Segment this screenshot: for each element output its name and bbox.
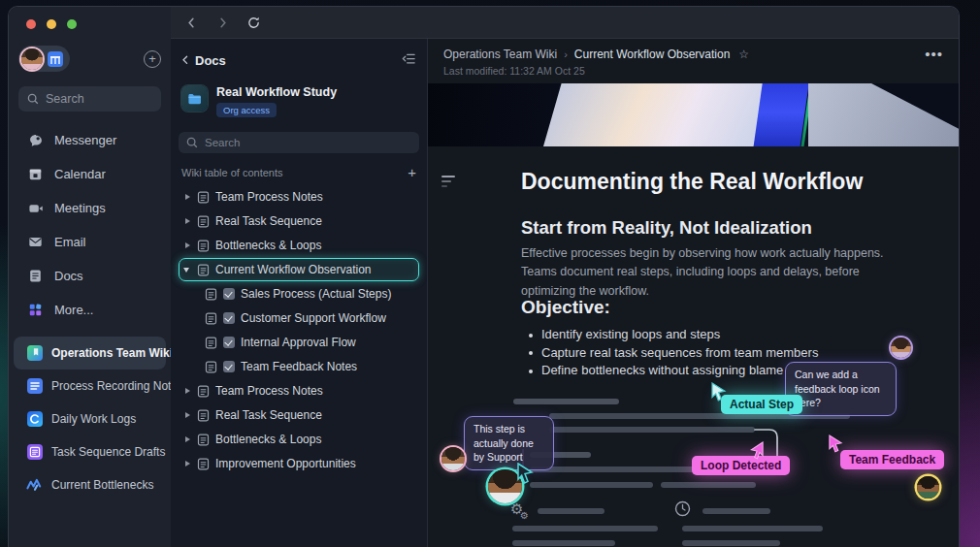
- drafts-doc-icon: [26, 444, 43, 461]
- workspace-item-label: Operations Team Wiki: [51, 346, 173, 360]
- sidebar-item-label: Email: [54, 235, 86, 249]
- chevron-down-icon[interactable]: [183, 266, 191, 274]
- chevron-left-icon: [181, 55, 189, 65]
- tree-item-customer-support-workflow[interactable]: Customer Support Workflow: [179, 306, 419, 330]
- docs-back-button[interactable]: Docs: [181, 53, 226, 68]
- tree-item-internal-approval-flow[interactable]: Internal Approval Flow: [179, 331, 419, 354]
- chevron-right-icon[interactable]: [183, 460, 191, 467]
- tree-item-label: Real Task Sequence: [215, 408, 322, 422]
- sidebar-item-meetings[interactable]: Meetings: [9, 191, 171, 225]
- wiki-title: Real Workflow Study: [216, 85, 337, 99]
- sidebar-item-docs[interactable]: Docs: [9, 259, 171, 293]
- page-icon: [197, 409, 210, 422]
- commenter-avatar[interactable]: [891, 338, 911, 358]
- sidebar-item-email[interactable]: Email: [9, 225, 171, 259]
- teal-cursor-icon: [710, 382, 728, 402]
- tree-item-real-task-sequence[interactable]: Real Task Sequence: [179, 209, 419, 233]
- tree-item-label: Current Workflow Observation: [215, 263, 372, 276]
- sidebar-nav: MessengerCalendarMeetingsEmailDocsMore..…: [9, 123, 171, 327]
- page-icon: [205, 288, 217, 301]
- label-loop-detected[interactable]: Loop Detected: [692, 456, 790, 475]
- tree-item-real-task-sequence[interactable]: Real Task Sequence: [179, 403, 419, 427]
- chevron-right-icon[interactable]: [183, 217, 191, 225]
- chevron-right-icon[interactable]: [183, 193, 191, 201]
- page-icon: [205, 361, 217, 373]
- chevron-right-icon[interactable]: [183, 241, 191, 249]
- page-icon: [205, 337, 217, 349]
- collapse-panel-icon[interactable]: [402, 51, 416, 69]
- close-window-button[interactable]: [26, 19, 36, 29]
- checkbox-checked-icon[interactable]: [223, 288, 235, 300]
- calendar-badge-icon[interactable]: [48, 51, 63, 67]
- outline-icon[interactable]: [441, 176, 455, 190]
- wiki-search-input[interactable]: [205, 137, 411, 148]
- skeleton-line: [530, 482, 653, 488]
- breadcrumb-current[interactable]: Current Workflow Observation: [574, 48, 731, 61]
- app-window: + MessengerCalendarMeetingsEmailDocsMore…: [8, 6, 960, 547]
- nav-back-icon[interactable]: [184, 16, 199, 30]
- workspace-item-process-recording-notes[interactable]: Process Recording Notes: [14, 370, 166, 402]
- participant-avatar[interactable]: [441, 447, 465, 470]
- sidebar: + MessengerCalendarMeetingsEmailDocsMore…: [9, 7, 171, 547]
- chevron-right-icon[interactable]: [183, 411, 191, 419]
- tree-item-improvement-opportunities[interactable]: Improvement Opportunities: [179, 452, 419, 475]
- sidebar-search-input[interactable]: [46, 92, 152, 106]
- maximize-window-button[interactable]: [67, 19, 77, 29]
- workspace-item-operations-team-wiki[interactable]: Operations Team Wiki: [14, 337, 166, 370]
- tree-item-current-workflow-observation[interactable]: Current Workflow Observation: [179, 258, 419, 281]
- label-team-feedback[interactable]: Team Feedback: [840, 450, 944, 469]
- sidebar-item-label: Calendar: [54, 167, 106, 181]
- tree-item-label: Customer Support Workflow: [241, 311, 386, 325]
- sidebar-item-label: Messenger: [54, 133, 116, 147]
- label-actual-step[interactable]: Actual Step: [721, 395, 802, 414]
- breadcrumb-parent[interactable]: Operations Team Wiki: [443, 48, 557, 61]
- skeleton-line: [702, 508, 770, 514]
- objective-bullet: Capture real task sequences from team me…: [525, 344, 818, 363]
- chevron-right-icon[interactable]: [183, 387, 191, 395]
- wiki-tree: Team Process NotesReal Task SequenceBott…: [179, 185, 419, 475]
- logs-doc-icon: [26, 411, 43, 428]
- sidebar-item-more[interactable]: More...: [9, 293, 171, 327]
- chevron-right-icon[interactable]: [183, 435, 191, 443]
- participant-avatar[interactable]: [917, 476, 939, 499]
- checkbox-checked-icon[interactable]: [223, 337, 235, 348]
- comment-bubble-support[interactable]: This step is actually done by Support: [464, 416, 554, 470]
- sidebar-search[interactable]: [18, 86, 161, 112]
- tree-item-bottlenecks-loops[interactable]: Bottlenecks & Loops: [179, 234, 419, 257]
- workspace-item-current-bottlenecks[interactable]: Current Bottlenecks: [14, 468, 166, 501]
- workspace-item-daily-work-logs[interactable]: Daily Work Logs: [14, 402, 166, 435]
- sidebar-item-messenger[interactable]: Messenger: [9, 123, 171, 157]
- more-menu-icon[interactable]: •••: [925, 50, 943, 58]
- calendar-icon: [27, 166, 44, 182]
- add-page-button[interactable]: +: [408, 167, 416, 178]
- wiki-book-icon: [26, 345, 43, 362]
- tree-item-team-feedback-notes[interactable]: Team Feedback Notes: [179, 355, 419, 378]
- docs-panel: Docs Real Workflow Study Org access: [171, 39, 428, 547]
- docs-icon: [27, 268, 44, 284]
- add-workspace-button[interactable]: +: [144, 50, 161, 68]
- checkbox-checked-icon[interactable]: [223, 361, 235, 372]
- tree-item-bottlenecks-loops[interactable]: Bottlenecks & Loops: [179, 428, 419, 451]
- wiki-search[interactable]: [179, 132, 419, 153]
- checkbox-checked-icon[interactable]: [223, 312, 235, 324]
- docs-back-label: Docs: [195, 53, 226, 68]
- tree-item-team-process-notes[interactable]: Team Process Notes: [179, 185, 419, 209]
- account-switcher[interactable]: [18, 46, 70, 72]
- tree-item-label: Sales Process (Actual Steps): [241, 287, 391, 301]
- toc-label: Wiki table of contents: [181, 167, 283, 178]
- wiki-folder-card[interactable]: Real Workflow Study Org access: [179, 85, 419, 117]
- user-avatar[interactable]: [21, 48, 43, 70]
- page-icon: [197, 434, 210, 446]
- sidebar-item-calendar[interactable]: Calendar: [9, 157, 171, 191]
- star-icon[interactable]: ☆: [738, 48, 749, 61]
- nav-forward-icon[interactable]: [215, 16, 230, 30]
- skeleton-line: [512, 526, 658, 531]
- sidebar-item-label: Meetings: [54, 201, 106, 215]
- browser-toolbar: [171, 7, 959, 39]
- tree-item-sales-process-actual-steps[interactable]: Sales Process (Actual Steps): [179, 282, 419, 306]
- document-view: Operations Team Wiki › Current Workflow …: [428, 39, 959, 547]
- tree-item-team-process-notes[interactable]: Team Process Notes: [179, 379, 419, 402]
- minimize-window-button[interactable]: [47, 19, 56, 29]
- workspace-item-task-sequence-drafts[interactable]: Task Sequence Drafts: [14, 435, 166, 468]
- refresh-icon[interactable]: [246, 16, 261, 30]
